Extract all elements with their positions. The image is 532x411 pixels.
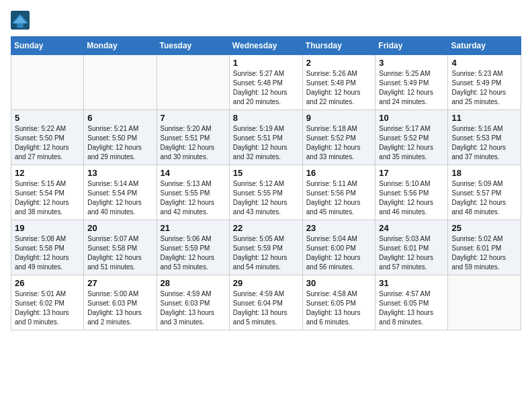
day-number: 1 xyxy=(233,58,299,68)
calendar-day-cell: 18Sunrise: 5:09 AM Sunset: 5:57 PM Dayli… xyxy=(448,165,521,220)
day-number: 13 xyxy=(87,168,152,178)
day-info: Sunrise: 5:12 AM Sunset: 5:55 PM Dayligh… xyxy=(233,179,299,217)
calendar-day-cell: 28Sunrise: 4:59 AM Sunset: 6:03 PM Dayli… xyxy=(157,275,229,330)
calendar-body: 1Sunrise: 5:27 AM Sunset: 5:48 PM Daylig… xyxy=(11,55,521,330)
day-info: Sunrise: 5:02 AM Sunset: 6:01 PM Dayligh… xyxy=(451,234,517,272)
day-info: Sunrise: 4:58 AM Sunset: 6:05 PM Dayligh… xyxy=(306,289,372,327)
day-info: Sunrise: 4:59 AM Sunset: 6:03 PM Dayligh… xyxy=(161,289,226,327)
day-info: Sunrise: 5:10 AM Sunset: 5:56 PM Dayligh… xyxy=(379,179,444,217)
calendar-day-cell: 8Sunrise: 5:19 AM Sunset: 5:51 PM Daylig… xyxy=(229,110,302,165)
calendar-day-cell: 3Sunrise: 5:25 AM Sunset: 5:49 PM Daylig… xyxy=(375,55,448,110)
calendar-day-cell: 14Sunrise: 5:13 AM Sunset: 5:55 PM Dayli… xyxy=(157,165,229,220)
calendar-day-cell: 9Sunrise: 5:18 AM Sunset: 5:52 PM Daylig… xyxy=(302,110,375,165)
calendar-day-cell: 19Sunrise: 5:08 AM Sunset: 5:58 PM Dayli… xyxy=(11,220,84,275)
calendar-day-cell: 13Sunrise: 5:14 AM Sunset: 5:54 PM Dayli… xyxy=(84,165,157,220)
day-number: 17 xyxy=(379,168,444,178)
day-info: Sunrise: 5:16 AM Sunset: 5:53 PM Dayligh… xyxy=(451,124,517,162)
day-info: Sunrise: 5:21 AM Sunset: 5:50 PM Dayligh… xyxy=(87,124,152,162)
calendar-day-cell: 27Sunrise: 5:00 AM Sunset: 6:03 PM Dayli… xyxy=(84,275,157,330)
logo-icon xyxy=(11,11,30,30)
calendar-day-cell: 21Sunrise: 5:06 AM Sunset: 5:59 PM Dayli… xyxy=(157,220,229,275)
day-info: Sunrise: 5:23 AM Sunset: 5:49 PM Dayligh… xyxy=(451,69,517,107)
calendar-day-cell: 4Sunrise: 5:23 AM Sunset: 5:49 PM Daylig… xyxy=(448,55,521,110)
day-info: Sunrise: 5:00 AM Sunset: 6:03 PM Dayligh… xyxy=(87,289,152,327)
day-info: Sunrise: 5:26 AM Sunset: 5:48 PM Dayligh… xyxy=(306,69,372,107)
calendar-day-cell xyxy=(11,55,84,110)
calendar-week-row: 12Sunrise: 5:15 AM Sunset: 5:54 PM Dayli… xyxy=(11,165,521,220)
day-number: 26 xyxy=(15,278,80,288)
day-number: 2 xyxy=(306,58,372,68)
page-header xyxy=(11,11,521,30)
calendar-table: SundayMondayTuesdayWednesdayThursdayFrid… xyxy=(11,36,521,330)
calendar-day-cell: 20Sunrise: 5:07 AM Sunset: 5:58 PM Dayli… xyxy=(84,220,157,275)
calendar-header-row: SundayMondayTuesdayWednesdayThursdayFrid… xyxy=(11,37,521,55)
calendar-day-cell: 17Sunrise: 5:10 AM Sunset: 5:56 PM Dayli… xyxy=(375,165,448,220)
day-info: Sunrise: 5:05 AM Sunset: 5:59 PM Dayligh… xyxy=(233,234,299,272)
day-info: Sunrise: 5:22 AM Sunset: 5:50 PM Dayligh… xyxy=(15,124,80,162)
calendar-day-cell: 25Sunrise: 5:02 AM Sunset: 6:01 PM Dayli… xyxy=(448,220,521,275)
day-info: Sunrise: 5:03 AM Sunset: 6:01 PM Dayligh… xyxy=(379,234,444,272)
calendar-day-cell: 26Sunrise: 5:01 AM Sunset: 6:02 PM Dayli… xyxy=(11,275,84,330)
logo xyxy=(11,11,31,30)
day-info: Sunrise: 5:25 AM Sunset: 5:49 PM Dayligh… xyxy=(379,69,444,107)
day-number: 25 xyxy=(451,223,517,233)
day-info: Sunrise: 5:09 AM Sunset: 5:57 PM Dayligh… xyxy=(451,179,517,217)
day-info: Sunrise: 5:15 AM Sunset: 5:54 PM Dayligh… xyxy=(15,179,80,217)
day-info: Sunrise: 5:27 AM Sunset: 5:48 PM Dayligh… xyxy=(233,69,299,107)
calendar-day-cell: 7Sunrise: 5:20 AM Sunset: 5:51 PM Daylig… xyxy=(157,110,229,165)
calendar-day-cell: 2Sunrise: 5:26 AM Sunset: 5:48 PM Daylig… xyxy=(302,55,375,110)
day-number: 9 xyxy=(306,113,372,123)
day-number: 8 xyxy=(233,113,299,123)
calendar-day-cell: 24Sunrise: 5:03 AM Sunset: 6:01 PM Dayli… xyxy=(375,220,448,275)
day-number: 14 xyxy=(161,168,226,178)
day-info: Sunrise: 5:01 AM Sunset: 6:02 PM Dayligh… xyxy=(15,289,80,327)
day-number: 27 xyxy=(87,278,152,288)
day-info: Sunrise: 4:57 AM Sunset: 6:05 PM Dayligh… xyxy=(379,289,444,327)
day-info: Sunrise: 5:08 AM Sunset: 5:58 PM Dayligh… xyxy=(15,234,80,272)
day-number: 6 xyxy=(87,113,152,123)
calendar-day-cell xyxy=(84,55,157,110)
day-info: Sunrise: 5:17 AM Sunset: 5:52 PM Dayligh… xyxy=(379,124,444,162)
day-info: Sunrise: 5:11 AM Sunset: 5:56 PM Dayligh… xyxy=(306,179,372,217)
day-number: 15 xyxy=(233,168,299,178)
calendar-day-cell xyxy=(157,55,229,110)
calendar-day-cell: 23Sunrise: 5:04 AM Sunset: 6:00 PM Dayli… xyxy=(302,220,375,275)
day-number: 19 xyxy=(15,223,80,233)
day-number: 18 xyxy=(451,168,517,178)
calendar-day-cell: 1Sunrise: 5:27 AM Sunset: 5:48 PM Daylig… xyxy=(229,55,302,110)
calendar-day-cell: 16Sunrise: 5:11 AM Sunset: 5:56 PM Dayli… xyxy=(302,165,375,220)
day-number: 7 xyxy=(161,113,226,123)
header-sunday: Sunday xyxy=(11,37,84,55)
calendar-week-row: 19Sunrise: 5:08 AM Sunset: 5:58 PM Dayli… xyxy=(11,220,521,275)
day-number: 23 xyxy=(306,223,372,233)
calendar-day-cell: 11Sunrise: 5:16 AM Sunset: 5:53 PM Dayli… xyxy=(448,110,521,165)
header-monday: Monday xyxy=(84,37,157,55)
calendar-day-cell: 5Sunrise: 5:22 AM Sunset: 5:50 PM Daylig… xyxy=(11,110,84,165)
day-info: Sunrise: 5:14 AM Sunset: 5:54 PM Dayligh… xyxy=(87,179,152,217)
day-number: 11 xyxy=(451,113,517,123)
calendar-day-cell: 29Sunrise: 4:59 AM Sunset: 6:04 PM Dayli… xyxy=(229,275,302,330)
day-number: 4 xyxy=(451,58,517,68)
day-number: 30 xyxy=(306,278,372,288)
day-info: Sunrise: 5:07 AM Sunset: 5:58 PM Dayligh… xyxy=(87,234,152,272)
day-number: 21 xyxy=(161,223,226,233)
day-number: 28 xyxy=(161,278,226,288)
day-info: Sunrise: 5:18 AM Sunset: 5:52 PM Dayligh… xyxy=(306,124,372,162)
calendar-day-cell: 22Sunrise: 5:05 AM Sunset: 5:59 PM Dayli… xyxy=(229,220,302,275)
header-thursday: Thursday xyxy=(302,37,375,55)
calendar-day-cell: 31Sunrise: 4:57 AM Sunset: 6:05 PM Dayli… xyxy=(375,275,448,330)
day-number: 22 xyxy=(233,223,299,233)
day-number: 5 xyxy=(15,113,80,123)
day-info: Sunrise: 5:20 AM Sunset: 5:51 PM Dayligh… xyxy=(161,124,226,162)
calendar-day-cell: 10Sunrise: 5:17 AM Sunset: 5:52 PM Dayli… xyxy=(375,110,448,165)
day-number: 16 xyxy=(306,168,372,178)
calendar-day-cell xyxy=(448,275,521,330)
day-info: Sunrise: 4:59 AM Sunset: 6:04 PM Dayligh… xyxy=(233,289,299,327)
day-info: Sunrise: 5:13 AM Sunset: 5:55 PM Dayligh… xyxy=(161,179,226,217)
day-info: Sunrise: 5:04 AM Sunset: 6:00 PM Dayligh… xyxy=(306,234,372,272)
day-number: 12 xyxy=(15,168,80,178)
calendar-week-row: 5Sunrise: 5:22 AM Sunset: 5:50 PM Daylig… xyxy=(11,110,521,165)
day-info: Sunrise: 5:19 AM Sunset: 5:51 PM Dayligh… xyxy=(233,124,299,162)
calendar-day-cell: 6Sunrise: 5:21 AM Sunset: 5:50 PM Daylig… xyxy=(84,110,157,165)
calendar-day-cell: 12Sunrise: 5:15 AM Sunset: 5:54 PM Dayli… xyxy=(11,165,84,220)
